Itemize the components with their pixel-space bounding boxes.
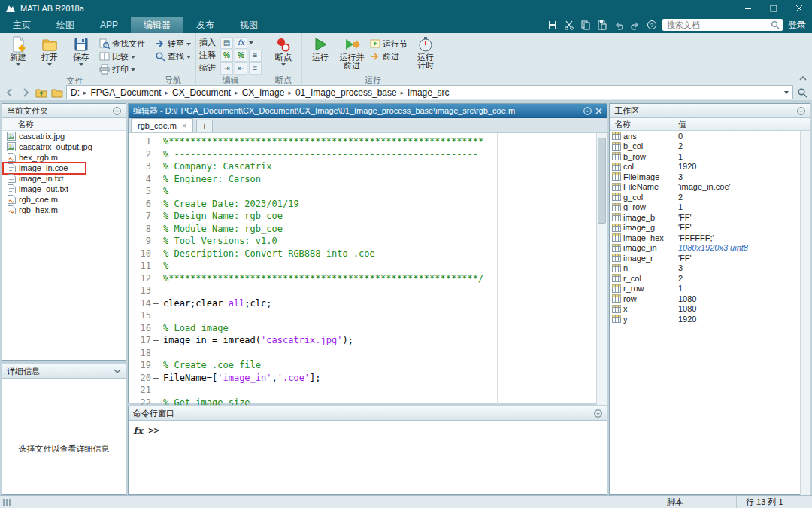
code-line[interactable]: 12%*************************************… <box>129 272 607 285</box>
indent-left-button[interactable]: ⇤ <box>235 62 247 75</box>
line-number[interactable]: 2 <box>129 148 151 161</box>
breadcrumb-segment[interactable]: FPGA_Document <box>91 87 162 98</box>
line-number[interactable]: 7 <box>129 210 151 223</box>
code-line[interactable]: 11%-------------------------------------… <box>129 260 607 272</box>
save-button[interactable]: 保存 <box>66 35 96 75</box>
line-number[interactable]: 19 <box>129 359 151 372</box>
code-line[interactable]: 20–FileName=['image_in','.coe']; <box>129 372 607 385</box>
run-time-button[interactable]: 运行计时 <box>411 35 441 75</box>
line-number[interactable]: 13 <box>129 284 151 297</box>
code-line[interactable]: 5% <box>129 185 607 198</box>
line-number[interactable]: 20 <box>129 372 151 385</box>
find-files-button[interactable]: 查找文件 <box>98 38 147 50</box>
line-number[interactable]: 11 <box>129 260 151 272</box>
line-number[interactable]: 1 <box>129 135 151 148</box>
workspace-variable-row[interactable]: r_col2 <box>610 273 801 284</box>
breadcrumb-segment[interactable]: image_src <box>408 87 449 98</box>
run-section-button[interactable]: 运行节 <box>368 38 409 50</box>
cut-button[interactable] <box>563 20 574 31</box>
breadcrumb-segment[interactable]: CX_Document <box>172 87 231 98</box>
name-column-header[interactable]: 名称 <box>2 118 126 131</box>
code-line[interactable]: 1%**************************************… <box>129 135 607 148</box>
line-number[interactable]: 21 <box>129 384 151 397</box>
code-editor[interactable]: 1%**************************************… <box>129 133 607 405</box>
close-button[interactable] <box>786 0 812 17</box>
code-line[interactable]: 2% -------------------------------------… <box>129 148 607 161</box>
breadcrumb-segment[interactable]: 01_Image_process_base <box>295 87 397 98</box>
code-line[interactable]: 13 <box>129 284 607 297</box>
code-line[interactable]: 16% Load image <box>129 322 607 335</box>
smart-indent-button[interactable]: ≡ <box>249 62 262 75</box>
help-button[interactable]: ? <box>646 20 657 31</box>
workspace-variable-row[interactable]: FileImage3 <box>610 172 801 182</box>
tab-plots[interactable]: 绘图 <box>44 17 87 33</box>
code-line[interactable]: 17–image_in = imread('cascatrix.jpg'); <box>129 334 607 347</box>
panel-menu-icon[interactable] <box>594 409 602 418</box>
file-item[interactable]: hex_rgb.m <box>2 152 126 163</box>
run-advance-button[interactable]: 运行并前进 <box>337 35 367 75</box>
close-panel-icon[interactable] <box>595 108 602 114</box>
back-button[interactable] <box>3 86 17 99</box>
line-number[interactable]: 12 <box>129 272 151 285</box>
command-input-area[interactable]: fx >> <box>129 421 607 437</box>
workspace-variable-row[interactable]: image_in1080x1920x3 uint8 <box>610 243 801 254</box>
path-field[interactable]: D:▸FPGA_Document▸CX_Document▸CX_Image▸01… <box>66 85 793 99</box>
file-item[interactable]: cascatrix.jpg <box>2 131 126 141</box>
details-header[interactable]: 详细信息 <box>2 364 126 379</box>
compare-button[interactable]: 比较 <box>98 50 147 62</box>
line-number[interactable]: 10 <box>129 248 151 260</box>
workspace-variable-row[interactable]: g_col2 <box>610 192 801 202</box>
workspace-variable-row[interactable]: y1920 <box>610 314 801 324</box>
file-item[interactable]: cascatrix_output.jpg <box>2 141 126 152</box>
editor-scrollbar[interactable] <box>596 133 607 405</box>
save-quick-button[interactable] <box>547 20 558 31</box>
workspace-variable-row[interactable]: image_hex'FFFFFF;' <box>610 233 801 243</box>
copy-button[interactable] <box>580 20 591 31</box>
code-line[interactable]: 9% Tool Versions: v1.0 <box>129 235 607 248</box>
tab-home[interactable]: 主页 <box>0 17 44 33</box>
editor-tab-rgb-coe[interactable]: rgb_coe.m × <box>131 118 193 132</box>
code-line[interactable]: 15 <box>129 309 607 322</box>
line-number[interactable]: 17 <box>129 334 151 347</box>
file-item[interactable]: image_in.txt <box>2 173 126 184</box>
chevron-down-icon[interactable] <box>114 368 121 374</box>
line-number[interactable]: 14 <box>129 297 151 310</box>
minimize-button[interactable] <box>735 0 761 17</box>
workspace-variable-row[interactable]: b_col2 <box>610 141 801 152</box>
editor-header[interactable]: 编辑器 - D:\FPGA_Document\CX_Document\CX_Im… <box>129 104 607 118</box>
scrollbar-thumb[interactable] <box>598 138 606 224</box>
find-button[interactable]: 查找 <box>153 50 192 62</box>
open-button[interactable]: 打开 <box>35 35 65 75</box>
workspace-variable-row[interactable]: b_row1 <box>610 151 801 162</box>
workspace-variable-row[interactable]: image_g'FF' <box>610 223 801 233</box>
uncomment-button[interactable]: % <box>235 50 247 62</box>
file-item[interactable]: rgb_coe.m <box>2 194 126 205</box>
code-line[interactable]: 7% Design Name: rgb_coe <box>129 210 607 223</box>
line-number[interactable]: 22 <box>129 397 151 406</box>
tab-editor[interactable]: 编辑器 <box>131 17 183 33</box>
paste-button[interactable] <box>596 20 607 31</box>
browse-folder-button[interactable] <box>50 86 64 99</box>
line-number[interactable]: 16 <box>129 322 151 335</box>
forward-button[interactable] <box>19 86 32 99</box>
code-line[interactable]: 18 <box>129 347 607 360</box>
new-button[interactable]: 新建 <box>3 35 33 75</box>
indent-right-button[interactable]: ⇥ <box>220 62 233 75</box>
workspace-variable-row[interactable]: FileName'image_in.coe' <box>610 182 801 193</box>
file-item[interactable]: image_in.coe <box>2 163 126 173</box>
redo-button[interactable] <box>629 20 641 31</box>
name-column-header[interactable]: 名称 <box>610 118 674 130</box>
tab-apps[interactable]: APP <box>87 17 131 33</box>
breadcrumb-segment[interactable]: CX_Image <box>242 87 285 98</box>
close-tab-icon[interactable]: × <box>182 122 186 130</box>
insert-section-button[interactable]: ▤ <box>220 37 233 49</box>
workspace-scrollbar[interactable] <box>800 131 810 496</box>
workspace-variable-row[interactable]: image_r'FF' <box>610 253 801 263</box>
workspace-variable-row[interactable]: image_b'FF' <box>610 212 801 223</box>
line-number[interactable]: 9 <box>129 235 151 248</box>
insert-function-button[interactable]: fx <box>235 37 247 49</box>
file-item[interactable]: rgb_hex.m <box>2 205 126 215</box>
code-line[interactable]: 14–clear;clear all;clc; <box>129 297 607 310</box>
line-number[interactable]: 3 <box>129 160 151 173</box>
workspace-variable-row[interactable]: ans0 <box>610 131 801 141</box>
